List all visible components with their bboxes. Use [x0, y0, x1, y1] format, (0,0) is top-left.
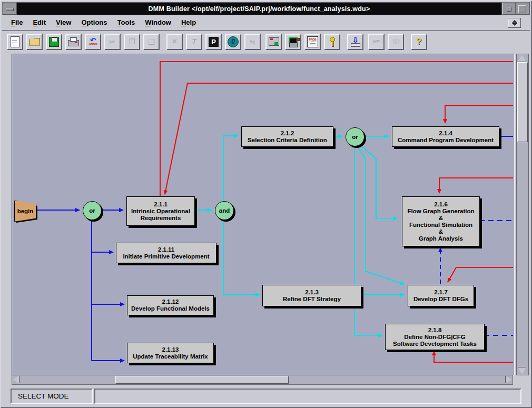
maximize-icon [518, 5, 526, 13]
window-menu-button[interactable] [3, 3, 16, 15]
edge-or2-2.1.8[interactable] [354, 145, 382, 335]
sash-up-icon [512, 20, 517, 23]
save-file-button[interactable] [46, 34, 62, 50]
text-tool-icon: T [192, 38, 196, 45]
open-file-button[interactable] [26, 34, 43, 50]
begin-node[interactable]: begin [14, 201, 36, 222]
menu-tools[interactable]: Tools [117, 18, 135, 26]
edge-or2-2.1.7[interactable] [356, 145, 404, 284]
open-folder-icon [29, 38, 40, 46]
workflow-canvas[interactable]: begin or and or 2.1.1 Intrinsic Operatio… [12, 54, 515, 375]
edge-and-2.1.2[interactable] [223, 136, 238, 202]
mode-indicator: SELECT MODE [11, 389, 93, 404]
horizontal-scrollbar[interactable] [12, 375, 513, 385]
scroll-left-arrow[interactable] [13, 376, 19, 383]
copy-button[interactable]: ❐ [124, 34, 140, 50]
task-node-2-1-2[interactable]: 2.1.2 Selection Criteria Definition [241, 126, 333, 147]
link-tool-button[interactable]: ⇆ [244, 34, 261, 50]
p-block-icon: P [209, 37, 219, 47]
menu-bar: File Edit View Options Tools Window Help [2, 15, 530, 31]
delete-x-icon: × [172, 37, 177, 46]
scroll-right-arrow[interactable] [506, 376, 512, 383]
scissors-icon: ✂ [109, 38, 116, 46]
junction-and[interactable]: and [215, 201, 234, 220]
help-question-icon: ? [417, 37, 422, 46]
task-node-2-1-13[interactable]: 2.1.13 Update Traceability Matrix [127, 343, 214, 363]
window-menu-icon [6, 8, 14, 11]
junction-or-2[interactable]: or [346, 127, 364, 146]
sash-down-icon [512, 23, 517, 26]
new-document-button[interactable] [7, 34, 23, 50]
clipboard-icon: ❑ [148, 38, 155, 45]
import-arrow-icon [351, 37, 360, 47]
work-area: begin or and or 2.1.1 Intrinsic Operatio… [11, 53, 528, 385]
menu-options[interactable]: Options [81, 18, 107, 26]
minimize-button[interactable] [502, 3, 516, 15]
title-bar: DMM Builder </opt/eif/project/SAIP.prj/w… [2, 2, 530, 15]
menu-view[interactable]: View [56, 18, 71, 26]
text-tool-button[interactable]: T [186, 34, 202, 50]
menu-window[interactable]: Window [145, 18, 171, 26]
maximize-button[interactable] [516, 3, 529, 15]
hp-icon: HP [373, 39, 380, 44]
menu-edit[interactable]: Edit [33, 18, 46, 26]
floppy-disk-icon [49, 37, 59, 47]
import-drop-button[interactable] [347, 34, 363, 50]
cut-button[interactable]: ✂ [104, 34, 121, 50]
vertical-scroll-thumb[interactable] [517, 62, 528, 142]
zero-tool-button[interactable]: 0 [225, 34, 241, 50]
edge-red-to-2.1.8[interactable] [434, 351, 513, 362]
edge-and-2.1.3[interactable] [223, 220, 260, 295]
task-node-2-1-8[interactable]: 2.1.8 Define Non-DFG|CFG Software Develo… [385, 324, 485, 350]
machine-icon [269, 37, 279, 46]
phone-icon: ☏ [391, 38, 401, 45]
task-node-2-1-7[interactable]: 2.1.7 Develop DFT DFGs [408, 285, 474, 306]
task-node-2-1-11[interactable]: 2.1.11 Initiate Primitive Development [116, 243, 216, 263]
window-frame: DMM Builder </opt/eif/project/SAIP.prj/w… [0, 0, 532, 408]
paste-button[interactable]: ❑ [143, 34, 160, 50]
hp-tool-button[interactable]: HP [368, 34, 385, 50]
task-node-2-1-1[interactable]: 2.1.1 Intrinsic Operational Requirements [126, 196, 195, 226]
undo-icon: UNDO [88, 37, 97, 46]
task-node-2-1-12[interactable]: 2.1.12 Develop Functional Models [127, 295, 214, 315]
edge-red-to-2.1.6[interactable] [439, 178, 513, 193]
status-bar: SELECT MODE [2, 387, 530, 405]
edge-red-to-2.1.4[interactable] [445, 105, 513, 123]
menu-file[interactable]: File [11, 18, 23, 26]
pushpin-icon [330, 37, 335, 42]
layers-icon [289, 37, 298, 44]
scroll-up-arrow[interactable] [518, 55, 526, 62]
help-button[interactable]: ? [411, 34, 427, 50]
delete-button[interactable]: × [166, 34, 183, 50]
pane-sash-button[interactable] [508, 18, 521, 28]
task-node-2-1-6[interactable]: 2.1.6 Flow Graph Generation & Functional… [402, 196, 480, 246]
junction-or-1[interactable]: or [83, 201, 102, 220]
edge-red-to-2.1.7[interactable] [448, 267, 513, 282]
printer-icon [68, 40, 79, 46]
menu-help[interactable]: Help [181, 18, 196, 26]
window-title: DMM Builder </opt/eif/project/SAIP.prj/w… [16, 3, 502, 15]
vertical-scrollbar[interactable] [516, 54, 529, 375]
horizontal-scroll-thumb[interactable] [115, 376, 289, 384]
scroll-down-arrow[interactable] [518, 367, 526, 374]
new-document-icon [11, 36, 19, 47]
print-button[interactable] [65, 34, 82, 50]
status-message-area [94, 389, 521, 404]
dial-tool-button[interactable]: ☏ [388, 34, 404, 50]
toolbar: UNDO ✂ ❐ ❑ × T P 0 ⇆ PRDB HP ☏ ? [2, 31, 530, 52]
process-tool-button[interactable]: P [205, 34, 222, 50]
copy-icon: ❐ [129, 38, 135, 45]
undo-button[interactable]: UNDO [85, 34, 101, 50]
edge-or2-2.1.6[interactable] [359, 144, 397, 218]
prdb-form-icon: PRDB [307, 36, 318, 47]
task-node-2-1-4[interactable]: 2.1.4 Command Program Development [392, 126, 499, 147]
prdb-form-button[interactable]: PRDB [304, 34, 321, 50]
link-arrows-icon: ⇆ [250, 38, 255, 45]
task-node-2-1-3[interactable]: 2.1.3 Refine DFT Strategy [262, 285, 361, 306]
zero-circle-icon: 0 [228, 36, 239, 47]
layers-button[interactable] [285, 34, 301, 50]
pushpin-button[interactable] [324, 34, 340, 50]
machine-config-button[interactable] [265, 34, 282, 50]
minimize-icon [507, 7, 511, 12]
